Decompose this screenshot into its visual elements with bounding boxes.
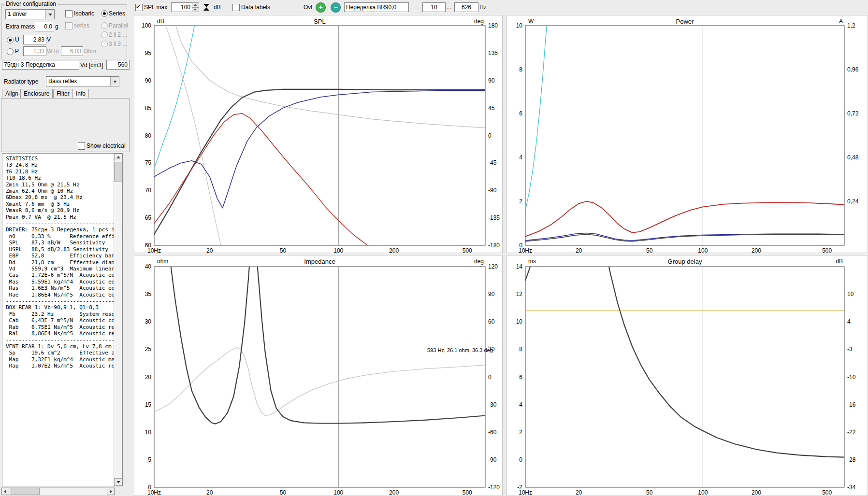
vertical-scrollbar-thumb[interactable] xyxy=(114,162,122,182)
power-radio-label: P xyxy=(15,48,19,55)
tab-enclosure[interactable]: Enclosure xyxy=(20,89,53,98)
radiator-type-value: Bass reflex xyxy=(48,78,77,85)
show-electrical-checkbox[interactable] xyxy=(78,142,85,150)
overlay-name-input[interactable] xyxy=(344,2,409,12)
svg-text:-3: -3 xyxy=(847,346,853,353)
impedance-chart[interactable]: 40353025201510501209060300-30-60-90-1201… xyxy=(134,255,503,496)
frequency-to-input[interactable] xyxy=(454,2,478,12)
two-parallel-two-radio[interactable] xyxy=(101,31,108,38)
parallel-radio[interactable] xyxy=(101,22,108,29)
scroll-left-button[interactable] xyxy=(1,488,9,495)
spl-max-label: SPL max xyxy=(144,4,167,11)
svg-text:20: 20 xyxy=(206,489,213,496)
series-checkbox-label: series xyxy=(74,22,89,29)
overlay-remove-button[interactable]: − xyxy=(331,2,341,13)
spinner-down-icon[interactable] xyxy=(192,7,199,12)
three-parallel-three-label: 3 ‖ 3 ... xyxy=(109,41,127,47)
scroll-down-button[interactable] xyxy=(114,478,122,486)
svg-text:0,24: 0,24 xyxy=(847,198,859,205)
svg-text:85: 85 xyxy=(145,105,152,112)
spinner-up-icon[interactable] xyxy=(192,2,199,7)
svg-text:90: 90 xyxy=(145,77,152,84)
svg-text:45: 45 xyxy=(488,105,495,112)
series-radio[interactable] xyxy=(101,10,108,17)
scroll-up-button[interactable] xyxy=(114,154,122,161)
svg-text:100: 100 xyxy=(142,22,151,29)
power-chart-title: Power xyxy=(525,18,844,25)
svg-text:-34: -34 xyxy=(847,484,856,491)
impedance-plot[interactable]: 40353025201510501209060300-30-60-90-1201… xyxy=(134,255,502,496)
svg-text:50: 50 xyxy=(646,247,653,253)
power-chart[interactable]: 10864201,20,960,720,480,2410Hz2050100200… xyxy=(506,15,868,253)
vd-input[interactable] xyxy=(106,60,130,70)
hz-unit-label: Hz xyxy=(479,4,487,11)
svg-text:200: 200 xyxy=(752,247,761,253)
svg-text:-90: -90 xyxy=(488,456,497,463)
isobaric-label: Isobaric xyxy=(74,10,94,17)
svg-text:10: 10 xyxy=(516,318,523,325)
impedance-input[interactable] xyxy=(61,46,83,56)
driver-count-select[interactable]: 1 driver xyxy=(5,9,55,19)
svg-text:90: 90 xyxy=(488,77,495,84)
spl-plot[interactable]: 100959085807570656018013590450-45-90-135… xyxy=(134,15,502,253)
group-delay-chart-title: Group delay xyxy=(525,258,844,265)
isobaric-checkbox[interactable] xyxy=(65,10,72,17)
impedance-chart-title: Impedance xyxy=(154,258,485,265)
power-plot[interactable]: 10864201,20,960,720,480,2410Hz2050100200… xyxy=(507,15,868,253)
scroll-right-button[interactable] xyxy=(107,488,115,495)
spl-chart-title: SPL xyxy=(154,18,485,25)
left-panel: Driver configuration 1 driver Isobaric S… xyxy=(0,0,131,496)
driver-name-input[interactable] xyxy=(2,60,79,70)
svg-text:20: 20 xyxy=(576,489,582,496)
power-radio[interactable] xyxy=(7,48,14,55)
power-unit-label: Ohm xyxy=(84,48,96,55)
svg-text:500: 500 xyxy=(822,247,832,253)
svg-text:50: 50 xyxy=(646,489,653,496)
voltage-radio[interactable] xyxy=(7,37,14,43)
series-checkbox[interactable] xyxy=(65,22,72,29)
radiator-type-label: Radiator type xyxy=(4,78,38,85)
spl-max-stepper[interactable] xyxy=(192,2,199,12)
svg-text:20: 20 xyxy=(145,374,152,381)
three-parallel-three-radio[interactable] xyxy=(101,41,108,47)
statistics-horizontal-scrollbar[interactable] xyxy=(1,487,115,496)
statistics-vertical-scrollbar[interactable] xyxy=(114,154,122,486)
statistics-panel[interactable]: STATISTICS f3 24,8 Hz f6 21,8 Hz f10 18,… xyxy=(2,153,123,486)
overlay-add-button[interactable]: + xyxy=(316,2,326,13)
frequency-from-input[interactable] xyxy=(422,2,446,12)
svg-text:-10: -10 xyxy=(847,374,856,381)
group-delay-plot[interactable]: 14121086420-2104-3-10-16-22-28-3410Hz205… xyxy=(507,255,868,496)
svg-text:-16: -16 xyxy=(847,401,856,408)
extra-mass-input[interactable] xyxy=(35,22,54,31)
chart-toolbar: SPL max dB Data labels Ovl + − ... Hz xyxy=(131,0,868,14)
voltage-input[interactable] xyxy=(23,35,46,44)
impedance-right-axis-unit: deg xyxy=(474,258,484,265)
info-tab-page: Rear 1 LTLTspice Show electrical xyxy=(1,98,130,152)
svg-text:10Hz: 10Hz xyxy=(519,247,532,253)
svg-text:0: 0 xyxy=(488,132,492,139)
autoscale-icon[interactable] xyxy=(203,3,210,11)
group-delay-chart[interactable]: 14121086420-2104-3-10-16-22-28-3410Hz205… xyxy=(506,255,868,496)
tab-info[interactable]: Info xyxy=(72,89,89,98)
power-input[interactable] xyxy=(23,46,46,56)
svg-text:12: 12 xyxy=(516,291,523,298)
svg-text:135: 135 xyxy=(488,50,498,57)
svg-text:6: 6 xyxy=(519,110,522,117)
spl-max-input[interactable] xyxy=(171,2,192,12)
svg-text:6: 6 xyxy=(519,374,522,381)
svg-text:-60: -60 xyxy=(488,429,497,436)
spl-max-checkbox[interactable] xyxy=(135,4,143,11)
tab-filter[interactable]: Filter xyxy=(53,89,73,98)
svg-text:4: 4 xyxy=(519,154,522,161)
data-labels-checkbox[interactable] xyxy=(232,4,240,11)
voltage-radio-label: U xyxy=(15,36,19,43)
tab-align[interactable]: Align xyxy=(2,89,22,98)
svg-text:100: 100 xyxy=(333,489,343,496)
svg-text:40: 40 xyxy=(145,263,152,270)
horizontal-scrollbar-thumb[interactable] xyxy=(10,488,40,495)
svg-text:-30: -30 xyxy=(488,401,497,408)
svg-text:4: 4 xyxy=(519,401,522,408)
svg-text:-180: -180 xyxy=(488,242,500,249)
spl-chart[interactable]: 100959085807570656018013590450-45-90-135… xyxy=(134,15,503,253)
radiator-type-select[interactable]: Bass reflex xyxy=(46,76,119,86)
